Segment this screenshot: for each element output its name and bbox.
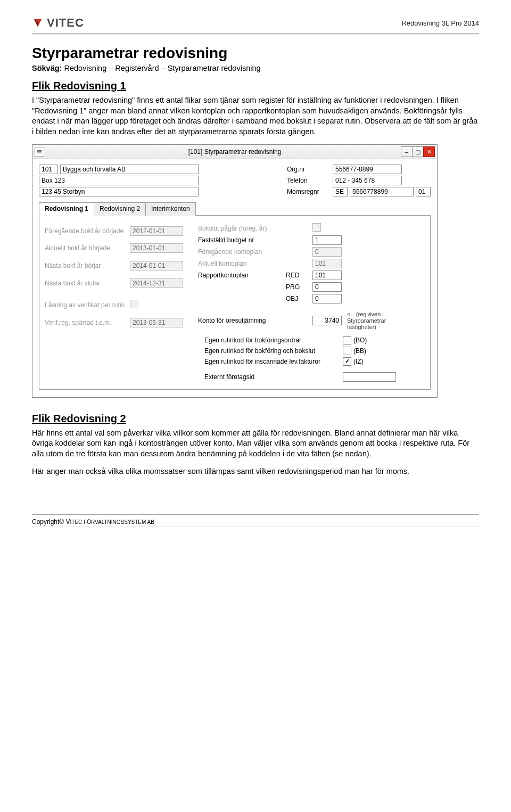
next-year-start-field: 2014-01-01 (130, 261, 183, 270)
rapportkontoplan-red-field[interactable]: 101 (312, 270, 342, 280)
rutinkod-bb-checkbox[interactable] (343, 347, 351, 355)
company-id-field[interactable]: 101 (39, 165, 58, 174)
section-2-text: Här finns ett antal val som påverkar vil… (32, 428, 479, 460)
section-2-heading: Flik Redovisning 2 (32, 413, 479, 425)
bokslut-ongoing-checkbox (312, 223, 321, 232)
sokvag-line: Sökväg: Redovisning – Registervård – Sty… (32, 64, 479, 72)
header-product: Redovisning 3L Pro 2014 (401, 19, 479, 27)
header-rule (32, 35, 479, 35)
current-kontoplan-label: Aktuell kontoplan (198, 260, 286, 267)
sokvag-label: Sökväg: (32, 64, 62, 72)
momsregnr-label: Momsregnr (287, 188, 329, 195)
ores-konto-field[interactable]: 3740 (312, 316, 342, 325)
rapportkontoplan-red-label: RED (286, 272, 312, 279)
moms-suffix-field[interactable]: 01 (416, 187, 431, 196)
verifreg-locked-field: 2013-05-31 (130, 318, 183, 327)
page-footer: Copyright© Vitec förvaltningssystem ab (32, 514, 479, 526)
logo-icon (32, 17, 44, 29)
close-button[interactable]: ✕ (423, 146, 435, 157)
rutinkod-iz-label: Egen rutinkod för inscannade lev.fakturo… (204, 358, 343, 365)
company-box-field[interactable]: Box 123 (39, 176, 199, 185)
tab-redovisning-2[interactable]: Redovisning 2 (94, 202, 146, 216)
svg-rect-0 (37, 150, 42, 151)
rutinkod-bb-code: (BB) (353, 347, 375, 355)
section-1-text: I "Styrparametrar redovisning" finns ett… (32, 95, 479, 137)
window-title: [101] Styrparametrar redovisning (32, 148, 437, 155)
verifreg-locked-label: Verif.reg. spärrad t.o.m. (45, 319, 130, 326)
doc-title: Styrparametrar redovisning (32, 45, 479, 62)
prev-year-start-label: Föregående bokf.år började (45, 227, 130, 235)
rapportkontoplan-obj-label: OBJ (286, 295, 312, 302)
rapportkontoplan-pro-field[interactable]: 0 (312, 282, 342, 292)
current-year-start-field: 2013-01-01 (130, 243, 183, 253)
lock-verifikat-checkbox (130, 300, 138, 308)
externt-foretagsid-label: Externt företagsid (204, 373, 343, 381)
externt-foretagsid-field[interactable] (343, 372, 396, 382)
company-zipcity-field[interactable]: 123 45 Storbyn (39, 187, 199, 196)
tab-interimkonton[interactable]: Interimkonton (145, 202, 196, 216)
next-year-end-label: Nästa bokf.år slutar (45, 280, 130, 287)
budget-nr-label: Fastställd budget nr (198, 236, 286, 244)
prev-kontoplan-label: Föregående kontoplan (198, 248, 286, 256)
orgnr-label: Org.nr (287, 166, 329, 173)
window-titlebar: [101] Styrparametrar redovisning – ▢ ✕ (32, 145, 437, 159)
minimize-button[interactable]: – (401, 146, 413, 157)
orgnr-field[interactable]: 556677-8899 (333, 165, 402, 174)
rapportkontoplan-obj-field[interactable]: 0 (312, 294, 342, 304)
bokslut-ongoing-label: Bokslut pågår (föreg. år) (198, 225, 286, 232)
rutinkod-iz-code: (IZ) (353, 358, 375, 365)
next-year-start-label: Nästa bokf.år börjar (45, 262, 130, 269)
rutinkod-iz-checkbox[interactable]: ✓ (343, 357, 351, 366)
sokvag-value: Redovisning – Registervård – Styrparamet… (64, 64, 260, 72)
maximize-button[interactable]: ▢ (412, 146, 424, 157)
current-year-start-label: Aktuellt bokf.år började (45, 244, 130, 252)
moms-country-field[interactable]: SE (333, 187, 348, 196)
brand-logo: VITEC (32, 16, 84, 30)
tab-bar: Redovisning 1 Redovisning 2 Interimkonto… (39, 202, 431, 216)
budget-nr-field[interactable]: 1 (312, 235, 342, 245)
app-window: [101] Styrparametrar redovisning – ▢ ✕ 1… (32, 144, 438, 397)
current-kontoplan-field: 101 (312, 259, 342, 268)
moms-number-field[interactable]: 5566778899 (350, 187, 414, 196)
telefon-field[interactable]: 012 - 345 678 (333, 176, 402, 185)
prev-kontoplan-field: 0 (312, 247, 342, 257)
brand-name: VITEC (47, 16, 84, 30)
tab-panel-redovisning-1: Föregående bokf.år började 2012-01-01 Ak… (39, 216, 431, 389)
copyright-sc: itec förvaltningssystem ab (70, 519, 154, 525)
telefon-label: Telefon (287, 177, 329, 184)
rapportkontoplan-label: Rapportkontoplan (198, 272, 286, 279)
rutinkod-bo-code: (BO) (353, 337, 375, 344)
rapportkontoplan-pro-label: PRO (286, 283, 312, 291)
lock-verifikat-label: Låsning av verifikat per rutin (45, 301, 130, 309)
company-name-field[interactable]: Bygga och förvalta AB (60, 165, 199, 174)
section-2-text-b: Här anger man också vilka olika momssats… (32, 466, 479, 477)
rutinkod-bo-checkbox[interactable] (343, 336, 351, 345)
window-menu-icon[interactable] (35, 147, 44, 157)
rutinkod-bb-label: Egen rutinkod för bokföring och bokslut (204, 347, 343, 355)
copyright-pre: Copyright© V (32, 518, 70, 526)
ores-konto-note: <-- (reg.även i Styrparametrar fastighet… (347, 311, 406, 330)
svg-rect-1 (37, 152, 42, 152)
next-year-end-field: 2014-12-31 (130, 278, 183, 288)
tab-redovisning-1[interactable]: Redovisning 1 (39, 202, 94, 216)
rutinkod-bo-label: Egen rutinkod för bokföringsordrar (204, 337, 343, 344)
svg-rect-2 (37, 153, 42, 153)
ores-konto-label: Konto för öresutjämning (198, 317, 286, 324)
prev-year-start-field: 2012-01-01 (130, 226, 183, 236)
page-header: VITEC Redovisning 3L Pro 2014 (32, 16, 479, 34)
footer-rule (32, 527, 479, 527)
section-1-heading: Flik Redovisning 1 (32, 80, 479, 92)
